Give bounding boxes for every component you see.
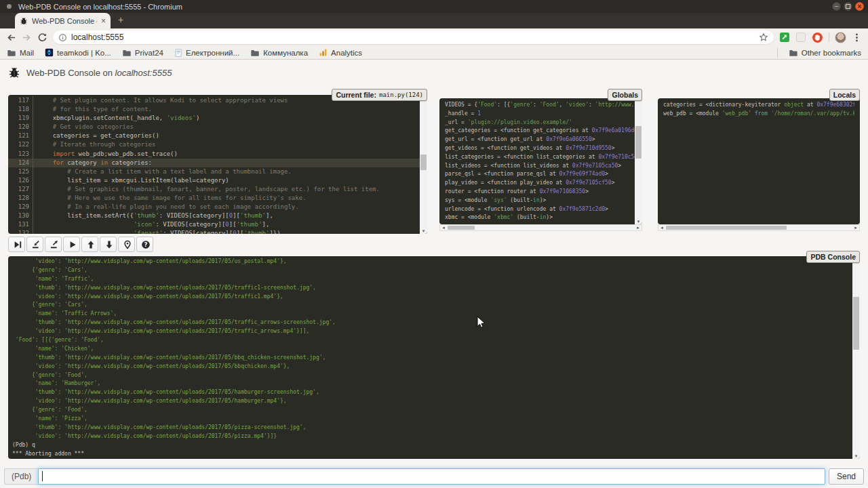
variable-line: _url = 'plugin://plugin.video.example/': [445, 119, 637, 127]
console-line: 'video': 'http://www.vidsplay.com/wp-con…: [12, 293, 856, 302]
scrollbar-thumb[interactable]: [666, 226, 787, 230]
code-line-130: 130 list_item.setArt({'thumb': VIDEOS[ca…: [8, 211, 427, 220]
address-bar[interactable]: localhost:5555: [53, 30, 774, 44]
scrollbar-thumb[interactable]: [420, 155, 427, 170]
other-bookmarks-button[interactable]: Other bookmarks: [789, 48, 861, 58]
scroll-down-arrow-icon[interactable]: [852, 453, 860, 459]
maximize-button[interactable]: [844, 2, 852, 11]
mouse-cursor: [477, 316, 486, 329]
bookmark-star-icon[interactable]: [759, 33, 768, 42]
step-button[interactable]: [26, 237, 43, 252]
text-caret: [42, 471, 43, 481]
console-line: 'video': 'http://www.vidsplay.com/wp-con…: [12, 258, 856, 266]
code-vertical-scrollbar[interactable]: [420, 95, 427, 234]
window-app-icon: [7, 4, 12, 9]
continue-button[interactable]: [63, 237, 80, 252]
variable-line: web_pdb = <module 'web_pdb' from '/home/…: [663, 110, 854, 119]
pdb-console-tab: PDB Console: [806, 251, 860, 263]
scroll-left-arrow-icon[interactable]: [658, 225, 665, 230]
locals-horizontal-scrollbar[interactable]: [658, 224, 860, 231]
variable-line: urlencode = <function urlencode at 0x7f9…: [445, 205, 637, 214]
browser-menu-icon[interactable]: [852, 33, 862, 43]
locals-tab: Locals: [829, 89, 860, 101]
globals-panel: Globals VIDEOS = {'Food': [{'genre': 'Fo…: [439, 98, 642, 231]
help-button[interactable]: ?: [136, 237, 153, 252]
scroll-left-arrow-icon[interactable]: [440, 225, 447, 230]
variable-line: categories = <dictionary-keyiterator obj…: [663, 101, 854, 110]
arrow-up-icon: [86, 240, 96, 249]
code-line-125: 125 # Create a list item with a text lab…: [8, 167, 427, 176]
folder-icon: [250, 48, 260, 58]
scroll-right-arrow-icon[interactable]: [635, 225, 642, 230]
bookmark-teamkodi[interactable]: teamkodi | Ko...: [45, 48, 111, 57]
console-line: 'thumb': 'http://www.vidsplay.com/wp-con…: [12, 388, 856, 397]
code-line-127: 127 # Set graphics (thumbnail, fanart, b…: [8, 185, 427, 194]
current-file-name: main.py(124): [379, 92, 423, 98]
step-out-icon: [50, 240, 59, 249]
console-line: 'name': 'Traffic Arrows',: [12, 310, 856, 319]
down-button[interactable]: [100, 237, 117, 252]
console-line: (Pdb) q: [12, 441, 856, 450]
url-text[interactable]: localhost:5555: [71, 33, 755, 42]
scrollbar-thumb[interactable]: [853, 297, 859, 350]
bookmark-mail[interactable]: Mail: [7, 48, 34, 58]
variable-line: get_url = <function get_url at 0x7f9e6a0…: [445, 136, 637, 144]
code-line-123: 123 import web_pdb;web_pdb.set_trace(): [8, 150, 427, 159]
scroll-down-arrow-icon[interactable]: [420, 228, 427, 234]
reload-icon[interactable]: [37, 33, 47, 43]
bookmark-kommunalka[interactable]: Коммуналка: [250, 48, 308, 58]
return-button[interactable]: [45, 237, 62, 252]
back-icon[interactable]: [6, 33, 16, 43]
profile-avatar[interactable]: [835, 32, 846, 43]
page-title: Web-PDB Console on localhost:5555: [26, 68, 172, 78]
up-button[interactable]: [81, 237, 98, 252]
bookmark-label: teamkodi | Ko...: [57, 49, 111, 57]
other-bookmarks-label: Other bookmarks: [802, 49, 861, 57]
console-line: 'thumb': 'http://www.vidsplay.com/wp-con…: [12, 354, 856, 363]
extension-green-icon[interactable]: [779, 32, 790, 43]
page-info-icon[interactable]: [58, 33, 67, 42]
code-line-132: 132 'fanart': VIDEOS[category][0]['thumb…: [8, 229, 427, 234]
pdb-console-panel: PDB Console 'video': 'http://www.vidspla…: [8, 256, 860, 459]
console-line: 'name': 'Chicken',: [12, 345, 856, 354]
variable-line: list_videos = <function list_videos at 0…: [445, 162, 637, 171]
close-button[interactable]: ×: [855, 2, 864, 11]
console-line: {'genre': 'Food',: [12, 406, 856, 415]
scroll-down-arrow-icon[interactable]: [635, 218, 642, 224]
extension-disabled-icon[interactable]: [795, 32, 806, 43]
extension-adblock-icon[interactable]: [812, 32, 823, 43]
new-tab-button[interactable]: +: [115, 15, 126, 26]
next-button[interactable]: [8, 237, 25, 252]
scrollbar-thumb[interactable]: [635, 126, 642, 159]
globals-vertical-scrollbar[interactable]: [635, 98, 642, 224]
browser-tab[interactable]: Web-PDB Console on loca ×: [15, 13, 111, 28]
console-line: 'video': 'http://www.vidsplay.com/wp-con…: [12, 327, 856, 336]
code-line-120: 120 # Get video categories: [8, 123, 427, 131]
globals-horizontal-scrollbar[interactable]: [439, 224, 642, 231]
scrollbar-thumb[interactable]: [448, 226, 475, 230]
minimize-button[interactable]: –: [832, 2, 841, 11]
current-file-panel: Current file: main.py(124) 117 # Set plu…: [8, 95, 427, 234]
where-button[interactable]: [118, 237, 135, 252]
arrow-down-icon: [104, 240, 114, 249]
bookmark-electronic[interactable]: Електронний...: [174, 48, 239, 58]
bookmark-analytics[interactable]: Analytics: [319, 48, 362, 57]
pdb-command-input[interactable]: [38, 468, 825, 485]
console-line: {'genre': 'Cars',: [12, 266, 856, 275]
bookmarks-divider: [777, 48, 778, 58]
browser-toolbar: localhost:5555: [0, 28, 868, 46]
globals-viewer: VIDEOS = {'Food': [{'genre': 'Food', 'vi…: [439, 98, 642, 224]
scroll-right-arrow-icon[interactable]: [852, 225, 859, 230]
window-titlebar: Web-PDB Console on localhost:5555 - Chro…: [0, 0, 868, 13]
forward-icon[interactable]: [22, 33, 32, 43]
step-next-icon: [13, 240, 22, 249]
send-button[interactable]: Send: [829, 468, 864, 485]
pdb-console-tab-label: PDB Console: [810, 253, 856, 261]
tab-close-icon[interactable]: ×: [101, 16, 106, 26]
bookmark-privat24[interactable]: Privat24: [122, 48, 163, 58]
console-line: {'genre': 'Food',: [12, 371, 856, 380]
step-into-icon: [31, 240, 41, 249]
console-vertical-scrollbar[interactable]: [852, 256, 860, 459]
console-line: 'name': 'Pizza',: [12, 415, 856, 424]
console-line: {'genre': 'Cars',: [12, 301, 856, 310]
